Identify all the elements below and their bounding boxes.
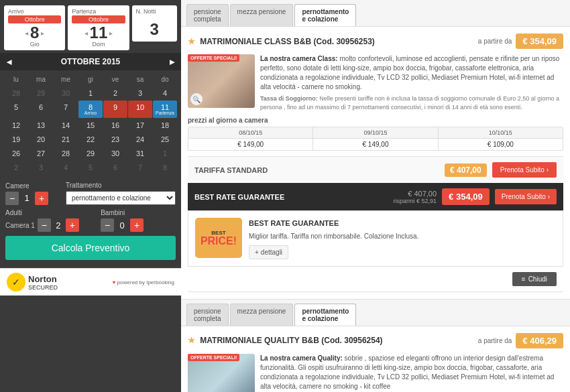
cal-day[interactable]: 2 [103,86,127,100]
norton-logo: ✓ Norton SECURED [7,273,58,291]
best-rate-old-price: € 407,00 [394,190,437,198]
partenza-box[interactable]: Partenza Ottobre ◂ 11 ▸ Dom [68,5,129,50]
best-price-expanded: BEST PRICE! BEST RATE GUARANTEE Miglior … [188,210,563,267]
chiudi-btn[interactable]: ≡ Chiudi [512,272,557,286]
cal-day-departure[interactable]: 11Partenza [153,101,177,118]
tab-mezza-pensione[interactable]: mezza pensione [230,4,294,26]
day-lu: lu [4,73,28,86]
arrivo-next[interactable]: ▸ [41,29,44,37]
cal-day[interactable]: 6 [103,161,127,174]
cal-day[interactable]: 19 [4,133,28,146]
cal-week-3: 12 13 14 15 16 17 18 [4,119,177,132]
cal-day[interactable]: 7 [54,101,78,118]
best-rate-label: BEST RATE GUARANTEE [194,193,388,201]
cal-day[interactable]: 26 [4,147,28,160]
bp-details-link[interactable]: + dettagli [249,245,288,259]
cal-day[interactable]: 10 [128,101,152,118]
best-price-logo: BEST PRICE! [195,218,242,258]
calendar-next[interactable]: ▸ [170,56,174,67]
cal-day[interactable]: 30 [54,86,78,100]
bambini-plus[interactable]: + [130,218,144,232]
cal-day[interactable]: 9 [103,101,127,118]
cal-day[interactable]: 4 [54,161,78,174]
tab2-pensione-completa[interactable]: pensionecompleta [186,304,229,326]
cal-day[interactable]: 24 [128,133,152,146]
cal-day[interactable]: 8 [153,161,177,174]
tab-pensione-completa[interactable]: pensionecompleta [186,4,229,26]
bambini-minus[interactable]: − [101,218,114,232]
prenota-btn-best[interactable]: Prenota Subito [495,189,557,204]
prezzi-col-3: 10/10/15 € 109,00 [439,127,563,150]
camera1-label: Camera 1 [5,222,35,229]
arrivo-prev[interactable]: ◂ [25,29,28,37]
cal-day[interactable]: 5 [78,161,103,174]
cal-day[interactable]: 13 [29,119,53,132]
norton-bar: ✓ Norton SECURED ♥ powered by Iperbookin… [0,268,181,296]
cal-day[interactable]: 1 [153,147,177,160]
hotel-header-1: ★ MATRIMONIALE CLASS B&B (Cod. 30956253)… [188,34,563,49]
cal-day[interactable]: 14 [54,119,78,132]
pension-tabs-2: pensionecompleta mezza pensione pernotta… [181,300,570,326]
plus-icon: + [255,247,259,257]
prezzi-col-1: 08/10/15 € 149,00 [188,127,313,150]
cal-day[interactable]: 6 [29,101,53,118]
arrivo-box[interactable]: Arrivo Ottobre ◂ 8 ▸ Gio [4,5,65,50]
cal-week-1: 28 29 30 1 2 3 4 [4,86,177,100]
cal-day[interactable]: 25 [153,133,177,146]
prezzi-date-1: 08/10/15 [188,127,312,139]
date-row: Arrivo Ottobre ◂ 8 ▸ Gio Partenza Ottobr… [0,0,181,53]
cal-day[interactable]: 7 [128,161,152,174]
cal-day[interactable]: 31 [128,147,152,160]
calcola-btn[interactable]: Calcola Preventivo [5,236,176,260]
cal-day-arrival[interactable]: 8Arrivo [78,101,103,118]
hotel-desc-1: La nostra camera Class: molto confortevo… [260,54,563,111]
cal-day[interactable]: 20 [29,133,53,146]
left-panel: Arrivo Ottobre ◂ 8 ▸ Gio Partenza Ottobr… [0,0,181,392]
adulti-minus[interactable]: − [38,218,51,232]
cal-day[interactable]: 16 [103,119,127,132]
tab2-mezza-pensione[interactable]: mezza pensione [230,304,294,326]
prenota-btn-1[interactable]: Prenota Subito [492,162,557,178]
best-rate-save: risparmi € 52,91 [394,198,437,204]
tab2-pernottamento[interactable]: pernottamentoe colazione [294,304,356,326]
prezzi-table: 08/10/15 € 149,00 09/10/15 € 149,00 10/1… [188,127,563,151]
chiudi-label: Chiudi [528,275,547,283]
cal-day[interactable]: 4 [153,86,177,100]
cal-day[interactable]: 15 [78,119,103,132]
partenza-next[interactable]: ▸ [109,29,113,37]
cal-day[interactable]: 2 [4,161,28,174]
cal-day[interactable]: 3 [128,86,152,100]
camere-plus[interactable]: + [35,192,48,205]
adulti-plus[interactable]: + [66,218,79,232]
cal-day[interactable]: 28 [54,147,78,160]
cal-day[interactable]: 30 [103,147,127,160]
trattamento-select[interactable]: pernottamento e colazione [66,191,176,205]
partenza-prev[interactable]: ◂ [84,29,88,37]
cal-day[interactable]: 22 [78,133,103,146]
cal-day[interactable]: 27 [29,147,53,160]
bp-desc-text: Miglior tariffa. Tariffa non rimborsabil… [249,231,556,241]
hotel2-body: OFFERTE SPECIALI! La nostra camera Quali… [188,354,563,392]
cal-day[interactable]: 12 [4,119,28,132]
hotel2-price-badge: a partire da € 406,29 [478,333,563,348]
cal-day[interactable]: 28 [4,86,28,100]
cal-day[interactable]: 17 [128,119,152,132]
cal-day[interactable]: 18 [153,119,177,132]
calendar-prev[interactable]: ◂ [7,56,11,67]
cal-day[interactable]: 5 [4,101,28,118]
day-do: do [153,73,177,86]
hotel-image-1[interactable]: OFFERTE SPECIALI! 🔍 [188,54,255,108]
offerte-badge-1: OFFERTE SPECIALI! [188,54,239,62]
cal-day[interactable]: 1 [78,86,103,100]
arrivo-day: 8 [30,25,39,41]
cal-day[interactable]: 23 [103,133,127,146]
cal-day[interactable]: 3 [29,161,53,174]
cal-day[interactable]: 29 [78,147,103,160]
hotel-image-2[interactable]: OFFERTE SPECIALI! [188,354,255,392]
tab-pernottamento[interactable]: pernottamentoe colazione [294,4,356,26]
hotel-body-1: OFFERTE SPECIALI! 🔍 La nostra camera Cla… [188,54,563,111]
magnifier-icon[interactable]: 🔍 [190,93,203,105]
camere-minus[interactable]: − [5,192,19,205]
cal-day[interactable]: 21 [54,133,78,146]
cal-day[interactable]: 29 [29,86,53,100]
